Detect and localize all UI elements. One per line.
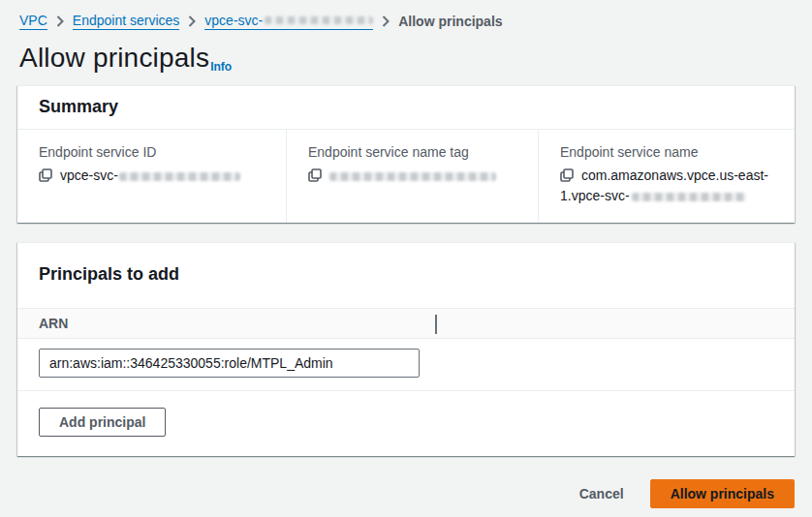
- field-label: Endpoint service name tag: [308, 144, 518, 160]
- copy-icon[interactable]: [39, 168, 52, 182]
- add-principal-button[interactable]: Add principal: [39, 408, 166, 437]
- principals-card: Principals to add ARN Add principal: [17, 242, 795, 456]
- info-link[interactable]: Info: [210, 60, 232, 74]
- page: VPC Endpoint services vpce-svc- Allow pr…: [0, 0, 812, 508]
- column-resize-handle[interactable]: [435, 315, 437, 334]
- summary-heading: Summary: [39, 97, 773, 117]
- arn-input[interactable]: [39, 349, 420, 378]
- summary-body: Endpoint service ID vpce-svc- Endpoint s…: [17, 130, 795, 223]
- title-row: Allow principalsInfo: [19, 43, 795, 74]
- breadcrumb: VPC Endpoint services vpce-svc- Allow pr…: [17, 13, 795, 30]
- redacted-text: [329, 172, 496, 181]
- field-label: Endpoint service ID: [39, 144, 266, 160]
- principals-heading: Principals to add: [39, 264, 773, 285]
- breadcrumb-item-endpoint-service-id[interactable]: vpce-svc-: [204, 13, 373, 30]
- field-value-text: vpce-svc-: [60, 167, 118, 183]
- breadcrumb-chevron-icon: [56, 15, 64, 27]
- principals-card-header: Principals to add: [17, 243, 795, 308]
- summary-card-header: Summary: [17, 86, 795, 130]
- breadcrumb-item-current: Allow principals: [398, 14, 502, 29]
- field-value: com.amazonaws.vpce.us-east-1.vpce-svc-: [560, 166, 775, 206]
- redacted-text: [265, 16, 373, 24]
- breadcrumb-chevron-icon: [188, 15, 196, 27]
- copy-icon[interactable]: [560, 168, 574, 182]
- redacted-text: [119, 172, 240, 181]
- copy-icon[interactable]: [308, 168, 322, 182]
- footer-actions: Cancel Allow principals: [17, 479, 795, 508]
- cancel-button[interactable]: Cancel: [563, 479, 640, 508]
- breadcrumb-item-vpc[interactable]: VPC: [19, 13, 47, 30]
- field-value: [308, 166, 518, 186]
- breadcrumb-item-endpoint-services[interactable]: Endpoint services: [73, 13, 180, 30]
- redacted-text: [632, 193, 746, 201]
- breadcrumb-item-label: vpce-svc-: [204, 13, 263, 28]
- field-label: Endpoint service name: [560, 144, 775, 160]
- breadcrumb-chevron-icon: [382, 15, 390, 27]
- summary-field-endpoint-service-name: Endpoint service name com.amazonaws.vpce…: [538, 130, 795, 223]
- arn-column-header: ARN: [39, 316, 68, 331]
- add-principal-row: Add principal: [17, 391, 795, 456]
- arn-input-row: [17, 339, 795, 391]
- summary-field-endpoint-service-id: Endpoint service ID vpce-svc-: [17, 130, 286, 223]
- field-value: vpce-svc-: [39, 166, 266, 186]
- summary-field-endpoint-service-name-tag: Endpoint service name tag: [286, 130, 538, 223]
- arn-table-header: ARN: [17, 308, 795, 339]
- summary-card: Summary Endpoint service ID vpce-svc- En…: [17, 85, 795, 223]
- page-title: Allow principals: [19, 43, 209, 73]
- allow-principals-button[interactable]: Allow principals: [650, 479, 795, 508]
